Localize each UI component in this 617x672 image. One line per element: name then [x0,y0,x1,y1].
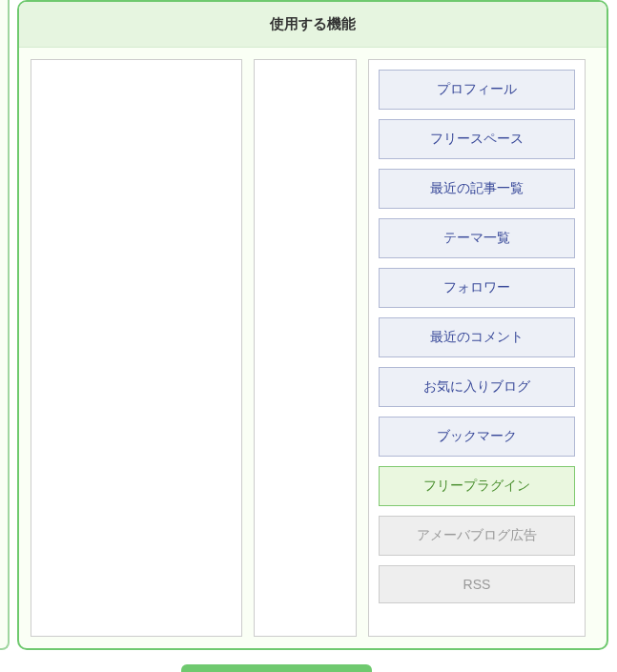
widget-followers[interactable]: フォロワー [379,268,575,308]
widget-theme-list[interactable]: テーマ一覧 [379,218,575,258]
widget-favorite-blogs[interactable]: お気に入りブログ [379,367,575,407]
widget-free-plugin[interactable]: フリープラグイン [379,466,575,506]
layout-column-1[interactable] [31,59,242,637]
widget-rss: RSS [379,565,575,603]
widget-freespace[interactable]: フリースペース [379,119,575,159]
adjacent-panel-sliver [0,0,10,650]
panel-title: 使用する機能 [19,2,607,48]
layout-column-3-widget-list[interactable]: プロフィール フリースペース 最近の記事一覧 テーマ一覧 フォロワー 最近のコメ… [368,59,586,637]
layout-column-2[interactable] [254,59,357,637]
features-panel: 使用する機能 プロフィール フリースペース 最近の記事一覧 テーマ一覧 フォロワ… [17,0,608,650]
widget-profile[interactable]: プロフィール [379,70,575,110]
widget-ameba-ad: アメーバブログ広告 [379,516,575,556]
widget-recent-comments[interactable]: 最近のコメント [379,317,575,357]
widget-recent-articles[interactable]: 最近の記事一覧 [379,169,575,209]
action-button-sliver[interactable] [181,664,372,672]
widget-bookmarks[interactable]: ブックマーク [379,417,575,457]
layout-columns: プロフィール フリースペース 最近の記事一覧 テーマ一覧 フォロワー 最近のコメ… [19,48,607,648]
